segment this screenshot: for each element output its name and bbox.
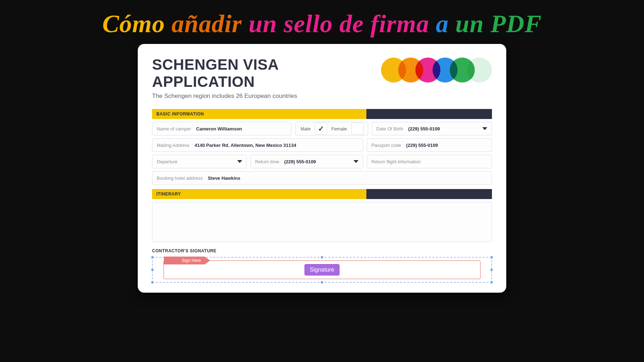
section-bar-dark — [366, 189, 492, 199]
resize-handle[interactable] — [151, 281, 154, 284]
chevron-down-icon — [237, 160, 242, 163]
return-value: (229) 555-0109 — [284, 159, 316, 164]
headline-word-1: Cómo — [102, 10, 165, 38]
resize-handle[interactable] — [151, 256, 154, 259]
dob-label: Date Of Birth — [376, 126, 403, 132]
mailing-field[interactable]: Mailing Address 4140 Parker Rd. Allentow… — [152, 138, 363, 152]
departure-label: Departure — [157, 159, 177, 164]
female-label: Female — [331, 126, 347, 132]
resize-handle[interactable] — [490, 281, 493, 284]
section-bar-dark — [366, 109, 492, 119]
mailing-value: 4140 Parker Rd. Allentown, New Mexico 31… — [195, 143, 296, 148]
logo-dots — [381, 58, 492, 83]
signature-button-label: Signature — [310, 267, 335, 273]
headline-word-2: añadir — [172, 10, 242, 38]
male-checkbox[interactable]: ✓ — [315, 123, 327, 135]
headline-word-3: un sello de firma — [249, 10, 429, 38]
resize-handle[interactable] — [151, 268, 154, 271]
name-label: Name of camper — [157, 126, 191, 132]
passport-value: (229) 555-0109 — [406, 143, 438, 148]
resize-handle[interactable] — [490, 268, 493, 271]
name-value: Cameron Williamson — [196, 126, 242, 132]
gender-group: Male ✓ Female — [295, 122, 368, 135]
mailing-label: Mailing Address — [157, 143, 190, 148]
section-title-basic: BASIC INFORMATION — [152, 109, 366, 119]
logo-dot-lightgreen — [467, 58, 492, 83]
dob-value: (229) 555-0109 — [408, 126, 440, 132]
flight-info-field[interactable]: Return flight information — [367, 155, 492, 168]
resize-handle[interactable] — [490, 256, 493, 259]
flight-label: Return flight information — [371, 159, 421, 164]
resize-handle[interactable] — [321, 281, 323, 284]
itinerary-textarea[interactable] — [152, 202, 492, 242]
signature-field[interactable]: Sign Here Signature — [164, 261, 480, 279]
passport-field[interactable]: Passport code (229) 555-0109 — [367, 138, 492, 152]
check-icon: ✓ — [318, 124, 324, 133]
document-frame: SCHENGEN VISA APPLICATION The Schengen r… — [138, 44, 506, 293]
sign-here-tag: Sign Here — [164, 257, 210, 264]
headline-word-5: un PDF — [455, 10, 542, 38]
return-label: Return time — [255, 159, 279, 164]
document-header: SCHENGEN VISA APPLICATION The Schengen r… — [152, 56, 492, 100]
sign-here-label: Sign Here — [182, 258, 201, 263]
document-title: SCHENGEN VISA APPLICATION — [152, 56, 381, 90]
resize-handle[interactable] — [321, 256, 323, 259]
hotel-value: Steve Hawkins — [208, 175, 240, 181]
signature-button[interactable]: Signature — [304, 264, 340, 276]
name-field[interactable]: Name of camper Cameron Williamson — [152, 122, 292, 135]
dob-field[interactable]: Date Of Birth (229) 555-0109 — [372, 122, 492, 135]
section-bar-basic: BASIC INFORMATION — [152, 109, 492, 119]
hotel-field[interactable]: Booking hotel address Steve Hawkins — [152, 171, 492, 185]
section-bar-itinerary: ITINERARY — [152, 189, 492, 199]
headline-word-4: a — [436, 10, 449, 38]
chevron-down-icon — [482, 127, 487, 130]
page-headline: Cómo añadir un sello de firma a un PDF — [102, 10, 542, 38]
signature-selection-box[interactable]: Sign Here Signature — [152, 257, 492, 283]
hotel-label: Booking hotel address — [157, 175, 203, 181]
departure-field[interactable]: Departure — [152, 155, 247, 168]
female-checkbox[interactable] — [351, 123, 364, 135]
document-subtitle: The Schengen region includes 26 European… — [152, 93, 381, 100]
male-label: Male — [301, 126, 311, 132]
signature-section-title: CONTRACTOR'S SIGNATURE — [152, 248, 492, 253]
chevron-down-icon — [353, 160, 358, 163]
passport-label: Passport code — [371, 143, 401, 148]
section-title-itinerary: ITINERARY — [152, 189, 366, 199]
return-time-field[interactable]: Return time (229) 555-0109 — [250, 155, 363, 168]
